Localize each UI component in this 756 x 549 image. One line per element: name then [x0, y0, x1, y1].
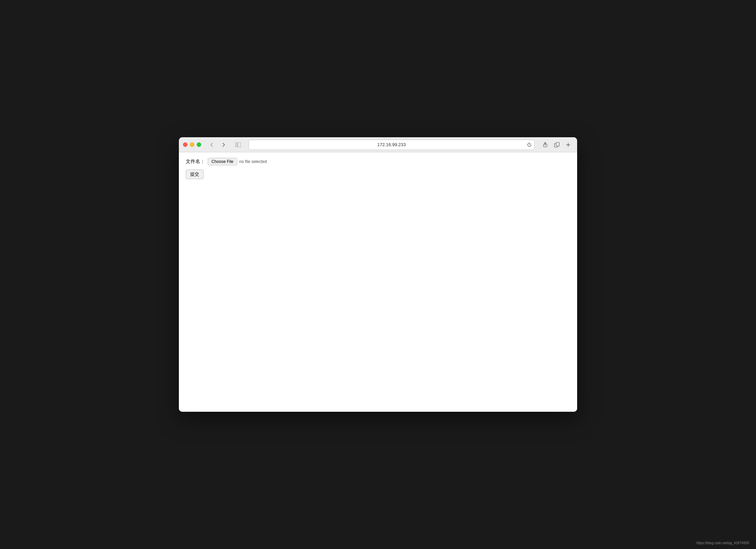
svg-rect-0: [235, 142, 237, 147]
no-file-selected-text: no file selected: [239, 159, 267, 164]
titlebar: 172.16.99.233: [179, 137, 577, 152]
svg-rect-4: [556, 142, 559, 146]
traffic-lights: [183, 142, 201, 147]
page-content: 文件名： Choose File no file selected 提交: [179, 152, 577, 412]
forward-button[interactable]: [218, 140, 229, 150]
address-bar-container: 172.16.99.233: [249, 140, 535, 150]
svg-rect-1: [238, 142, 241, 147]
choose-file-button[interactable]: Choose File: [208, 158, 237, 165]
submit-row: 提交: [186, 170, 570, 179]
close-button[interactable]: [183, 142, 187, 147]
status-bar: https://blog.csdn.net/qq_41874930: [697, 541, 749, 545]
status-url: https://blog.csdn.net/qq_41874930: [697, 541, 749, 545]
nav-buttons: [207, 140, 229, 150]
share-button[interactable]: [540, 140, 550, 150]
new-tab-button[interactable]: [563, 140, 573, 150]
minimize-button[interactable]: [190, 142, 194, 147]
address-bar[interactable]: 172.16.99.233: [249, 140, 535, 150]
back-button[interactable]: [207, 140, 217, 150]
browser-window: 172.16.99.233: [179, 137, 577, 412]
maximize-button[interactable]: [197, 142, 201, 147]
file-upload-row: 文件名： Choose File no file selected: [186, 158, 570, 165]
toolbar-right: [540, 140, 573, 150]
file-input-wrapper: Choose File no file selected: [208, 158, 267, 165]
reload-button[interactable]: [527, 142, 532, 147]
duplicate-button[interactable]: [552, 140, 562, 150]
sidebar-toggle-button[interactable]: [233, 140, 243, 150]
file-label: 文件名：: [186, 159, 205, 165]
submit-button[interactable]: 提交: [186, 170, 204, 179]
